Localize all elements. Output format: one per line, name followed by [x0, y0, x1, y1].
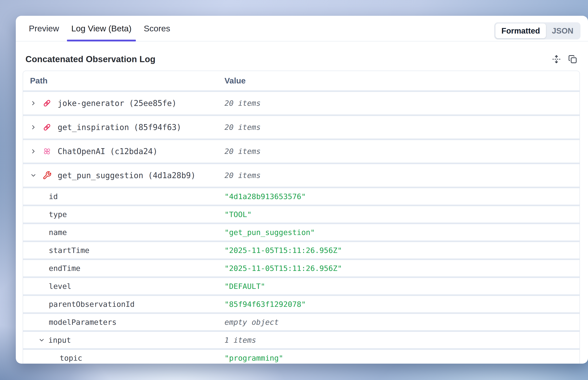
copy-icon[interactable]	[568, 55, 577, 64]
tab-bar: Preview Log View (Beta) Scores Formatted…	[16, 16, 588, 41]
chevron-right-icon[interactable]	[30, 100, 37, 107]
chevron-down-icon[interactable]	[38, 337, 45, 343]
log-row[interactable]: type "TOOL"	[23, 206, 580, 223]
value-cell: "2025-11-05T15:11:26.956Z"	[224, 264, 342, 273]
path-label: get_pun_suggestion (4d1a28b9)	[58, 171, 196, 180]
value-cell: "TOOL"	[224, 210, 252, 219]
log-row[interactable]: get_inspiration (85f94f63) 20 items	[23, 116, 580, 138]
section-actions	[552, 55, 577, 64]
log-row[interactable]: id "4d1a28b913653576"	[23, 188, 580, 205]
table-header: Path Value	[23, 71, 580, 90]
log-row[interactable]: input 1 items	[23, 332, 580, 348]
path-label: modelParameters	[49, 318, 117, 326]
path-label: input	[48, 336, 71, 344]
column-header-value: Value	[224, 76, 246, 85]
path-label: joke-generator (25ee85fe)	[58, 99, 177, 108]
link-icon	[42, 99, 52, 108]
chevron-right-icon[interactable]	[30, 148, 37, 155]
trace-detail-card: Preview Log View (Beta) Scores Formatted…	[16, 16, 588, 364]
format-toggle: Formatted JSON	[494, 22, 581, 39]
log-row[interactable]: get_pun_suggestion (4d1a28b9) 20 items	[23, 164, 580, 187]
column-header-path: Path	[30, 76, 48, 85]
page-title: Concatenated Observation Log	[25, 54, 155, 64]
link-icon	[42, 123, 52, 132]
log-row[interactable]: startTime "2025-11-05T15:11:26.956Z"	[23, 242, 580, 258]
tab-scores[interactable]: Scores	[144, 16, 170, 41]
path-label: get_inspiration (85f94f63)	[58, 123, 181, 132]
path-label: endTime	[49, 264, 80, 273]
path-label: type	[49, 210, 67, 219]
observation-log-table: Path Value joke-generator (25ee85fe) 20 …	[23, 71, 580, 364]
value-cell: 20 items	[224, 123, 261, 132]
value-cell: empty object	[224, 318, 279, 326]
toggle-option-formatted[interactable]: Formatted	[495, 23, 546, 38]
log-row[interactable]: joke-generator (25ee85fe) 20 items	[23, 92, 580, 114]
tab-log-view[interactable]: Log View (Beta)	[71, 16, 131, 41]
value-cell: "programming"	[224, 354, 283, 362]
chevron-down-icon[interactable]	[30, 172, 37, 179]
value-cell: "2025-11-05T15:11:26.956Z"	[224, 246, 342, 255]
log-row[interactable]: modelParameters empty object	[23, 314, 580, 330]
log-row[interactable]: level "DEFAULT"	[23, 278, 580, 294]
generation-icon	[42, 147, 52, 156]
value-cell: 20 items	[224, 99, 261, 108]
path-label: ChatOpenAI (c12bda24)	[58, 147, 158, 156]
table-rows: joke-generator (25ee85fe) 20 items get_i…	[23, 92, 580, 364]
value-cell: "85f94f63f1292078"	[224, 300, 306, 309]
log-row[interactable]: parentObservationId "85f94f63f1292078"	[23, 296, 580, 312]
tab-preview[interactable]: Preview	[29, 16, 59, 41]
desktop-background: { "colors": { "accent": "#5b50e0", "stri…	[0, 0, 588, 380]
path-label: topic	[60, 354, 82, 362]
toggle-option-json[interactable]: JSON	[546, 23, 579, 38]
log-row[interactable]: ChatOpenAI (c12bda24) 20 items	[23, 140, 580, 163]
path-label: parentObservationId	[49, 300, 135, 309]
path-label: id	[49, 192, 58, 201]
value-cell: "DEFAULT"	[224, 282, 265, 291]
log-row[interactable]: topic "programming"	[23, 350, 580, 364]
unfold-vertical-icon[interactable]	[552, 55, 561, 64]
value-cell: 20 items	[224, 147, 261, 156]
path-label: startTime	[49, 246, 89, 255]
value-cell: "get_pun_suggestion"	[224, 228, 315, 237]
wrench-icon	[42, 171, 52, 180]
chevron-right-icon[interactable]	[30, 124, 37, 131]
section-header: Concatenated Observation Log	[16, 54, 588, 65]
value-cell: 20 items	[224, 171, 261, 180]
value-cell: "4d1a28b913653576"	[224, 192, 306, 201]
log-row[interactable]: name "get_pun_suggestion"	[23, 224, 580, 241]
log-row[interactable]: endTime "2025-11-05T15:11:26.956Z"	[23, 260, 580, 276]
path-label: level	[49, 282, 71, 291]
value-cell: 1 items	[224, 336, 256, 344]
path-label: name	[49, 228, 67, 237]
